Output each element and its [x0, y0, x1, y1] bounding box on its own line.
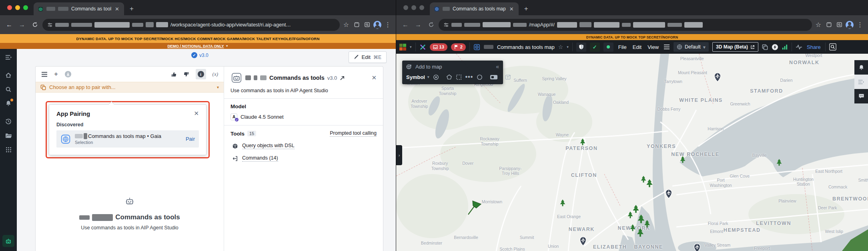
window-controls[interactable] — [396, 0, 430, 15]
close-icon[interactable]: ✕ — [371, 74, 377, 81]
tab-close-icon[interactable]: ✕ — [114, 6, 120, 12]
flag-badge[interactable]: 2 — [451, 43, 466, 51]
expand-drawer-tab[interactable]: › — [396, 145, 402, 165]
bookmark-star-icon[interactable]: ☆ — [814, 21, 822, 28]
notifications-bell-icon[interactable] — [5, 100, 12, 107]
address-bar[interactable]: /workspace/agent-studio-app/view/latest/… — [42, 19, 340, 31]
reload-button[interactable] — [426, 22, 436, 28]
browser-tab-agent-studio[interactable]: Commands as tool ✕ — [34, 2, 124, 15]
tree-marker[interactable] — [627, 211, 633, 219]
edit-button[interactable]: Edit ⌘E — [349, 51, 387, 63]
chevron-down-icon[interactable]: ▾ — [410, 45, 412, 49]
extensions-icon[interactable] — [353, 22, 361, 28]
new-session-plus-icon[interactable]: + — [54, 70, 58, 78]
collapse-panel-icon[interactable]: « — [496, 63, 499, 70]
inbox-badge[interactable]: 13 — [430, 43, 447, 51]
airport-pin-marker[interactable] — [713, 72, 722, 82]
activity-pulse-icon[interactable] — [796, 45, 802, 50]
agent-studio-active-app-icon[interactable] — [2, 235, 14, 247]
new-tab-button[interactable]: + — [524, 5, 528, 13]
apps-grid-icon[interactable] — [6, 146, 12, 153]
forward-button[interactable]: → — [413, 21, 423, 28]
map-canvas[interactable]: NewtonSparta TownshipAndover TownshipRin… — [396, 54, 868, 251]
more-options-icon[interactable]: ••• — [465, 73, 473, 81]
toggle-icon[interactable] — [490, 75, 498, 80]
pair-app-bar[interactable]: Choose an app to pair with... ▾ — [36, 82, 224, 93]
checks-passing-button[interactable]: ✓ — [590, 43, 600, 52]
tree-marker[interactable] — [560, 199, 566, 206]
history-icon[interactable] — [5, 118, 12, 125]
site-settings-icon[interactable] — [443, 22, 449, 28]
side-panel-search-icon[interactable] — [835, 22, 843, 28]
browser-menu-icon[interactable]: ⋮ — [384, 21, 392, 28]
tree-marker[interactable] — [644, 220, 651, 228]
minimize-window-button[interactable] — [15, 5, 20, 10]
duplicate-layers-icon[interactable] — [762, 44, 768, 50]
search-icon[interactable] — [829, 43, 836, 51]
browser-menu-icon[interactable]: ⋮ — [856, 21, 864, 28]
tree-marker[interactable] — [646, 179, 653, 188]
app-logo[interactable] — [399, 44, 406, 51]
flag-marker[interactable] — [467, 200, 484, 215]
profile-avatar[interactable] — [846, 21, 854, 29]
tree-marker[interactable] — [579, 138, 585, 146]
tree-marker[interactable] — [629, 224, 635, 231]
close-window-button[interactable] — [403, 5, 408, 10]
tree-marker[interactable] — [776, 159, 782, 166]
close-icon[interactable]: ✕ — [194, 110, 199, 117]
home-icon[interactable] — [5, 72, 12, 79]
zoom-window-button[interactable] — [419, 5, 424, 10]
variables-icon[interactable]: (x) — [212, 71, 218, 77]
thumbs-up-icon[interactable] — [171, 71, 177, 77]
new-tab-button[interactable]: + — [130, 5, 134, 13]
profile-avatar[interactable] — [373, 21, 381, 29]
window-controls[interactable] — [0, 0, 34, 15]
airport-pin-marker[interactable] — [693, 243, 702, 251]
demo-banner[interactable]: DEMO / NOTIONAL DATA ONLY ▼ — [0, 43, 396, 49]
browser-tab-map-app[interactable]: Commands as tools map ✕ — [430, 2, 519, 15]
favorite-star-icon[interactable]: ☆ — [558, 44, 563, 50]
layer-list-button[interactable] — [854, 75, 868, 89]
airport-pin-marker[interactable] — [579, 236, 587, 246]
point-target-icon[interactable] — [433, 74, 439, 80]
tree-marker[interactable] — [632, 204, 639, 213]
gaia-logo-icon[interactable] — [419, 44, 426, 51]
back-button[interactable]: ← — [400, 21, 411, 28]
reload-button[interactable] — [30, 22, 40, 28]
extensions-icon[interactable] — [825, 22, 833, 28]
polygon-pentagon-icon[interactable] — [446, 74, 452, 80]
circle-tool-icon[interactable] — [477, 74, 483, 80]
tool-item[interactable]: Query objects with DSL — [231, 143, 377, 149]
zoom-window-button[interactable] — [23, 5, 28, 10]
address-bar[interactable]: /mapApp/#/ — [439, 19, 812, 31]
menu-icon[interactable] — [41, 72, 48, 77]
version-badge[interactable]: ✓ v3.0 — [191, 52, 208, 58]
discovered-app-row[interactable]: Commands as tools map • Gaia Selection P… — [56, 130, 199, 148]
bookmark-star-icon[interactable]: ☆ — [342, 21, 350, 28]
menu-file[interactable]: File — [617, 44, 628, 50]
collapse-menu-icon[interactable] — [5, 54, 12, 61]
minimize-window-button[interactable] — [411, 5, 416, 10]
search-icon[interactable] — [5, 86, 12, 93]
hamburger-menu-icon[interactable] — [664, 45, 670, 49]
close-window-button[interactable] — [7, 5, 12, 10]
comments-button[interactable] — [854, 89, 868, 103]
pair-button[interactable]: Pair — [186, 136, 195, 142]
side-panel-search-icon[interactable] — [363, 22, 371, 28]
thumbs-down-icon[interactable] — [183, 71, 189, 77]
rectangle-select-icon[interactable] — [456, 74, 462, 80]
airport-pin-marker[interactable] — [665, 189, 673, 199]
notifications-bell-button[interactable] — [854, 60, 868, 75]
info-button-active[interactable]: i — [196, 69, 206, 79]
add-text-icon[interactable] — [505, 74, 511, 80]
lightning-icon[interactable] — [772, 44, 778, 51]
tree-marker[interactable] — [680, 156, 686, 163]
symbol-dropdown[interactable]: Symbol ▾ — [406, 74, 429, 80]
security-shield-button[interactable] — [576, 43, 586, 52]
tab-close-icon[interactable]: ✕ — [509, 6, 515, 12]
tree-marker[interactable] — [636, 228, 644, 237]
share-button[interactable]: Share — [807, 44, 821, 50]
site-settings-icon[interactable] — [47, 22, 53, 28]
back-button[interactable]: ← — [4, 21, 14, 28]
3d-map-beta-button[interactable]: 3D Map (Beta) — [712, 42, 758, 52]
